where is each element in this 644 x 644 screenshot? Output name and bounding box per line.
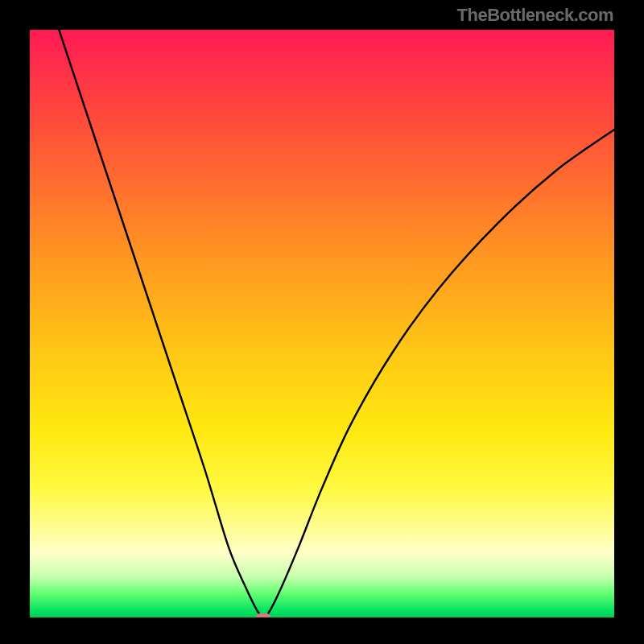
bottleneck-curve — [30, 30, 614, 617]
watermark-label: TheBottleneck.com — [457, 5, 613, 26]
minimum-marker — [256, 613, 270, 617]
curve-svg — [30, 30, 614, 617]
chart-frame: TheBottleneck.com — [0, 0, 644, 644]
plot-area — [30, 30, 614, 617]
